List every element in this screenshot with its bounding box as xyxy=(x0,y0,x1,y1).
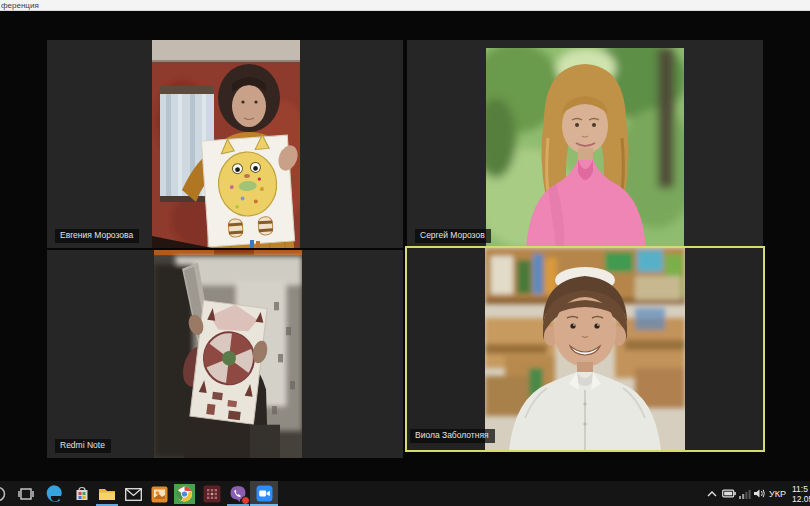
desktop-screen: ференция xyxy=(0,0,810,506)
viber-icon[interactable] xyxy=(228,484,248,504)
network-icon[interactable] xyxy=(739,481,751,506)
video-feed xyxy=(152,40,300,248)
clock-time: 11:5 xyxy=(792,484,810,494)
window-title: ференция xyxy=(1,0,39,11)
participant-name: Евгения Морозова xyxy=(55,229,139,243)
zoom-app-button[interactable] xyxy=(250,481,278,506)
participant-name: Виола Заболотняя xyxy=(410,429,495,443)
mail-icon[interactable] xyxy=(123,484,143,504)
store-icon[interactable] xyxy=(72,484,92,504)
participant-name: Сергей Морозов xyxy=(415,229,491,243)
windows-taskbar: УКР 11:5 12.05.2 xyxy=(0,481,810,506)
speaker-icon[interactable] xyxy=(753,481,766,506)
orange-app-icon[interactable] xyxy=(149,484,169,504)
search-icon[interactable] xyxy=(0,484,8,504)
clock[interactable]: 11:5 12.05.2 xyxy=(792,481,810,506)
task-view-icon[interactable] xyxy=(16,484,36,504)
window-titlebar[interactable]: ференция xyxy=(0,0,810,11)
video-tile-redmi[interactable]: Redmi Note xyxy=(47,250,403,458)
participant-name: Redmi Note xyxy=(55,439,111,453)
file-explorer-icon[interactable] xyxy=(97,484,117,504)
video-tile-evgenia[interactable]: Евгения Морозова xyxy=(47,40,403,248)
battery-icon[interactable] xyxy=(722,481,736,506)
video-tile-viola[interactable]: Виола Заболотняя xyxy=(405,246,765,452)
video-tile-sergey[interactable]: Сергей Морозов xyxy=(407,40,763,248)
clock-date: 12.05.2 xyxy=(792,494,810,504)
video-feed xyxy=(485,248,685,450)
tray-chevron[interactable] xyxy=(706,481,718,506)
zoom-icon xyxy=(256,485,273,502)
edge-icon[interactable] xyxy=(44,484,64,504)
mosaic-app-icon[interactable] xyxy=(202,484,222,504)
language-indicator[interactable]: УКР xyxy=(769,481,786,506)
video-feed xyxy=(154,250,302,458)
chrome-icon[interactable] xyxy=(173,484,195,504)
video-feed xyxy=(486,48,684,248)
meeting-gallery: Евгения Морозова xyxy=(0,12,810,481)
